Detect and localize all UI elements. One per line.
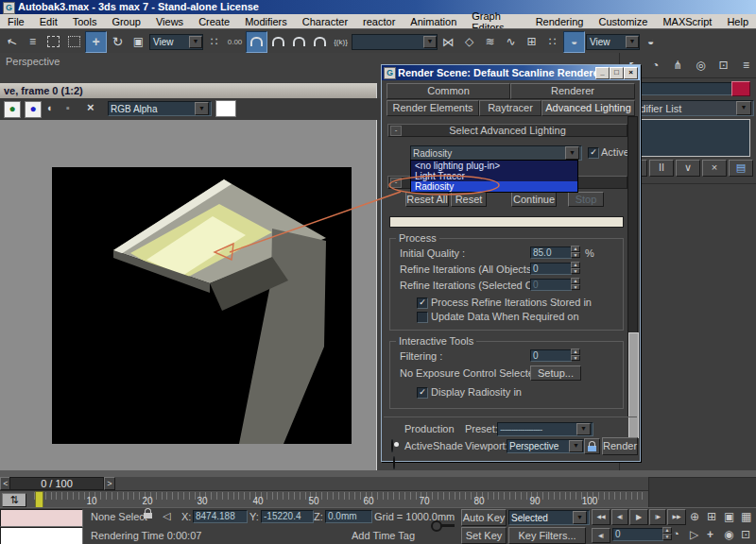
chevron-down-icon[interactable]: ▼	[189, 36, 202, 48]
clear-icon[interactable]: ×	[87, 100, 94, 114]
percent-snap-icon[interactable]	[289, 32, 309, 52]
rendered-frame-titlebar[interactable]: ve, frame 0 (1:2)	[0, 83, 376, 98]
zoom-all-icon[interactable]: ⊞	[707, 510, 716, 523]
configure-stack-icon[interactable]: ▤	[729, 160, 753, 177]
angle-snap-icon[interactable]	[268, 32, 288, 52]
render-type-dropdown[interactable]: View ▼	[586, 34, 640, 50]
tab-raytracer[interactable]: Raytracer	[479, 100, 541, 116]
menu-tools[interactable]: Tools	[65, 16, 105, 27]
play-icon[interactable]: ▶	[629, 509, 648, 525]
zoom-extents-all-icon[interactable]: ▦	[741, 510, 751, 523]
menu-file[interactable]: File	[0, 16, 32, 27]
time-slider-next[interactable]: >	[104, 477, 115, 490]
named-selection-dropdown[interactable]: ▼	[352, 34, 438, 50]
tab-display-icon[interactable]: ⊡	[713, 56, 733, 76]
time-marker[interactable]	[35, 491, 43, 508]
update-data-checkbox[interactable]	[417, 312, 428, 323]
select-and-move-icon[interactable]: +	[85, 31, 107, 53]
frame-spinner[interactable]: ▲▼	[662, 527, 672, 540]
menu-edit[interactable]: Edit	[32, 16, 65, 27]
z-coordinate-field[interactable]: 0.0mm	[325, 510, 372, 523]
x-coordinate-field[interactable]: 8474.188	[193, 510, 248, 523]
channel-display-dropdown[interactable]: RGB Alpha ▼	[108, 101, 212, 116]
reference-coordinate-dropdown[interactable]: View ▼	[149, 34, 203, 50]
fence-selection-region-icon[interactable]	[64, 32, 84, 52]
chevron-down-icon[interactable]: ▼	[195, 102, 209, 115]
tab-modify-icon[interactable]: ◔	[645, 56, 665, 76]
menu-reactor[interactable]: reactor	[355, 16, 403, 27]
mirror-icon[interactable]: ⋈	[438, 32, 458, 52]
reset-button[interactable]: Reset	[451, 192, 487, 207]
select-and-scale-icon[interactable]: ▣	[129, 32, 148, 52]
previous-frame-icon[interactable]: ◀|	[611, 509, 628, 525]
next-frame-icon[interactable]: |▶	[649, 509, 666, 525]
reset-all-button[interactable]: Reset All	[405, 192, 449, 207]
zoom-icon[interactable]: ⊕	[690, 510, 699, 523]
key-mode-toggle-icon[interactable]: ◀|	[592, 528, 610, 543]
modifier-stack[interactable]	[623, 119, 750, 157]
set-key-icon[interactable]	[431, 520, 455, 530]
collapse-icon[interactable]: -	[390, 126, 402, 136]
modifier-list-dropdown[interactable]: Modifier List ▼	[623, 100, 754, 116]
lighting-plugin-dropdown[interactable]: Radiosity ▼	[410, 145, 582, 161]
monochrome-icon[interactable]: ◐	[47, 102, 54, 113]
refine-selected-field[interactable]: 0	[530, 279, 572, 291]
minimize-icon[interactable]: _	[595, 67, 610, 79]
process-refine-checkbox[interactable]: ✓	[417, 298, 428, 309]
tab-utilities-icon[interactable]: ≡	[736, 56, 756, 76]
align-icon[interactable]: ◇	[459, 32, 479, 52]
active-checkbox[interactable]: ✓	[588, 147, 599, 159]
keyboard-override-icon[interactable]: {(k)}	[331, 32, 351, 52]
current-frame-field[interactable]: 0	[612, 528, 663, 541]
tab-motion-icon[interactable]: ◎	[691, 56, 711, 76]
viewport-dropdown[interactable]: Perspective ▼	[507, 439, 586, 453]
select-object-icon[interactable]: ↖	[0, 29, 25, 55]
use-center-icon[interactable]: ∷	[204, 32, 224, 52]
mini-curve-editor-icon[interactable]: ⇅	[2, 493, 26, 507]
auto-key-button[interactable]: Auto Key	[461, 509, 507, 526]
menu-group[interactable]: Group	[104, 16, 148, 27]
key-filters-button[interactable]: Key Filters...	[508, 527, 586, 544]
channel-green-icon[interactable]: ●	[4, 101, 21, 118]
maximize-icon[interactable]: □	[610, 67, 624, 79]
tab-renderer[interactable]: Renderer	[510, 83, 635, 99]
clone-swatch[interactable]	[215, 100, 236, 117]
option-light-tracer[interactable]: Light Tracer	[411, 171, 577, 181]
schematic-view-icon[interactable]: ⊞	[522, 32, 541, 52]
menu-modifiers[interactable]: Modifiers	[237, 16, 295, 27]
menu-rendering[interactable]: Rendering	[528, 16, 592, 27]
viewport-label[interactable]: Perspective	[6, 56, 60, 67]
scrollbar-thumb[interactable]	[628, 332, 639, 438]
tab-hierarchy-icon[interactable]: ⋔	[668, 56, 688, 76]
menu-create[interactable]: Create	[191, 16, 237, 27]
menu-animation[interactable]: Animation	[403, 16, 464, 27]
chevron-down-icon[interactable]: ▼	[569, 440, 583, 452]
key-selection-dropdown[interactable]: Selected ▼	[508, 510, 590, 525]
selection-lock-icon[interactable]	[144, 508, 152, 520]
channel-blue-icon[interactable]: ●	[25, 101, 42, 118]
viewport-lock-button[interactable]	[584, 438, 600, 454]
time-configuration-icon[interactable]: ◔	[673, 528, 679, 539]
go-to-start-icon[interactable]: ◀◀	[592, 509, 610, 525]
tab-common[interactable]: Common	[387, 83, 510, 99]
y-coordinate-field[interactable]: -15220.4	[261, 510, 314, 523]
quick-render-icon[interactable]: ◒	[641, 32, 661, 52]
tab-advanced-lighting[interactable]: Advanced Lighting	[541, 100, 635, 116]
refine-all-spinner[interactable]: ▲▼	[571, 262, 580, 274]
render-button[interactable]: Render	[602, 437, 638, 455]
spinner-snap-icon[interactable]	[310, 32, 330, 52]
initial-quality-field[interactable]: 85.0	[530, 246, 572, 259]
rollout-select-advanced-lighting[interactable]: - Select Advanced Lighting	[387, 124, 627, 137]
setup-button[interactable]: Setup...	[530, 366, 581, 381]
cursor-mode-icon[interactable]: ◁	[163, 510, 170, 522]
chevron-down-icon[interactable]: ▼	[736, 101, 751, 115]
set-key-button[interactable]: Set Key	[461, 527, 507, 544]
zoom-extents-icon[interactable]: ▣	[724, 510, 734, 523]
remove-modifier-icon[interactable]: ×	[702, 160, 727, 177]
snap-toggle-3d-icon[interactable]	[246, 31, 267, 53]
color-swatch-icon[interactable]: ▪	[66, 102, 70, 113]
show-end-result-icon[interactable]: II	[649, 160, 674, 177]
layer-manager-icon[interactable]: ≋	[480, 32, 500, 52]
option-no-plugin[interactable]: <no lighting plug-in>	[411, 161, 577, 171]
go-to-end-icon[interactable]: ▶▶	[667, 509, 686, 525]
